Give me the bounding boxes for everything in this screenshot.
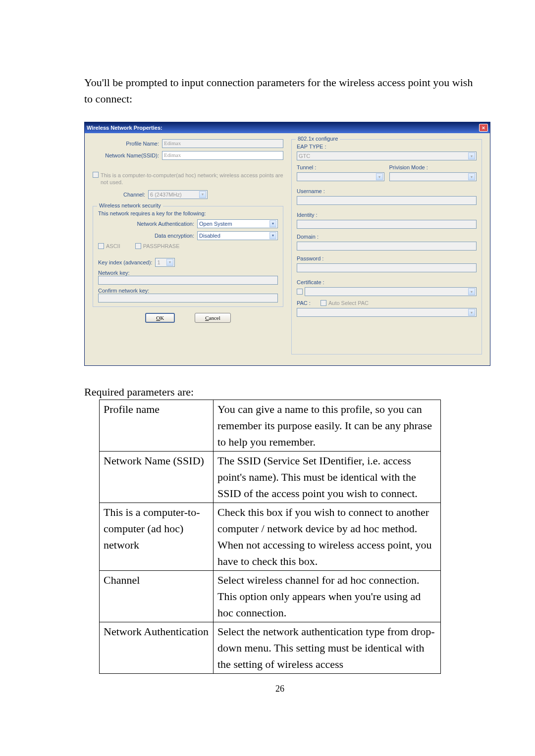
security-desc: This network requires a key for the foll… [98,210,278,216]
eaptype-value: GTC [299,153,310,159]
cancel-button[interactable]: Cancel [195,313,231,323]
dataenc-select[interactable]: Disabled ▾ [197,231,278,240]
passphrase-label: PASSPHRASE [143,243,180,249]
confirmkey-label: Confirm network key: [98,288,278,294]
profile-name-label: Profile Name: [93,141,162,147]
ssid-input[interactable]: Edimax [162,151,283,160]
cert-select[interactable]: ▾ [305,287,477,296]
keyindex-select[interactable]: 1 ▾ [155,258,175,267]
pac-label: PAC : [297,300,311,306]
cert-label: Certificate : [297,279,477,285]
dataenc-value: Disabled [199,233,220,239]
ascii-label: ASCII [106,243,120,249]
tunnel-label: Tunnel : [297,164,384,170]
channel-select[interactable]: 6 (2437MHz) ▾ [148,190,208,199]
chevron-down-icon: ▾ [376,173,383,180]
privision-select[interactable]: ▾ [389,172,477,181]
username-label: Username : [297,188,477,194]
password-input[interactable] [297,263,477,272]
netauth-label: Network Authentication: [98,221,197,227]
cell: Profile name [100,400,214,452]
pac-select[interactable]: ▾ [297,308,477,317]
password-label: Password : [297,255,477,261]
chevron-down-icon: ▾ [468,288,475,295]
identity-input[interactable] [297,220,477,229]
table-row: Network Name (SSID)The SSID (Service Set… [100,452,441,503]
profile-name-input[interactable]: Edimax [162,139,283,148]
cell: The SSID (Service Set IDentifier, i.e. a… [214,452,441,503]
chevron-down-icon: ▾ [468,173,475,180]
domain-input[interactable] [297,242,477,251]
confirmkey-input[interactable] [98,294,278,302]
required-heading: Required parameters are: [84,386,476,399]
wireless-properties-dialog: Wireless Network Properties: × Profile N… [84,122,490,366]
cell: Select wireless channel for ad hoc conne… [214,571,441,622]
keyindex-value: 1 [157,259,160,265]
title-text: Wireless Network Properties: [87,125,162,131]
autopac-checkbox[interactable] [321,300,326,306]
table-row: Profile nameYou can give a name to this … [100,400,441,452]
netkey-label: Network key: [98,270,278,276]
table-row: ChannelSelect wireless channel for ad ho… [100,571,441,622]
keyindex-label: Key index (advanced): [98,259,152,265]
privision-label: Privision Mode : [389,164,477,170]
domain-label: Domain : [297,234,477,240]
cell: This is a computer-to-computer (ad hoc) … [100,503,214,571]
chevron-down-icon: ▾ [269,220,276,227]
chevron-down-icon: ▾ [468,152,475,159]
cell: Network Name (SSID) [100,452,214,503]
chevron-down-icon: ▾ [199,191,206,198]
cell: Check this box if you wish to connect to… [214,503,441,571]
table-row: Network AuthenticationSelect the network… [100,622,441,674]
close-icon[interactable]: × [479,124,488,132]
page-number: 26 [84,684,476,694]
chevron-down-icon: ▾ [468,309,475,316]
adhoc-checkbox[interactable] [93,172,99,178]
ssid-label: Network Name(SSID): [93,152,162,158]
cell: Channel [100,571,214,622]
netkey-input[interactable] [98,276,278,285]
cert-checkbox[interactable] [297,289,303,295]
passphrase-checkbox[interactable] [135,243,141,249]
chevron-down-icon: ▾ [269,232,276,239]
ok-button[interactable]: OK [145,313,175,323]
eaptype-select[interactable]: GTC ▾ [297,151,477,160]
chevron-down-icon: ▾ [166,259,173,266]
eaptype-label: EAP TYPE : [297,144,477,150]
channel-label: Channel: [93,192,148,198]
netauth-value: Open System [199,221,232,227]
autopac-label: Auto Select PAC [328,300,369,306]
8021x-group-label: 802.1x configure [296,136,340,142]
username-input[interactable] [297,196,477,205]
cell: Network Authentication [100,622,214,674]
cell: Select the network authentication type f… [214,622,441,674]
security-group-label: Wireless network security [97,202,163,208]
netauth-select[interactable]: Open System ▾ [197,219,278,228]
identity-label: Identity : [297,212,477,218]
adhoc-label: This is a computer-to-computer(ad hoc) n… [101,172,283,186]
channel-value: 6 (2437MHz) [150,192,182,198]
params-table: Profile nameYou can give a name to this … [99,400,441,674]
tunnel-select[interactable]: ▾ [297,172,384,181]
titlebar: Wireless Network Properties: × [85,122,490,133]
dataenc-label: Data encryption: [98,233,197,239]
cell: You can give a name to this profile, so … [214,400,441,452]
intro-text: You'll be prompted to input connection p… [84,74,476,107]
ascii-checkbox[interactable] [98,243,104,249]
table-row: This is a computer-to-computer (ad hoc) … [100,503,441,571]
